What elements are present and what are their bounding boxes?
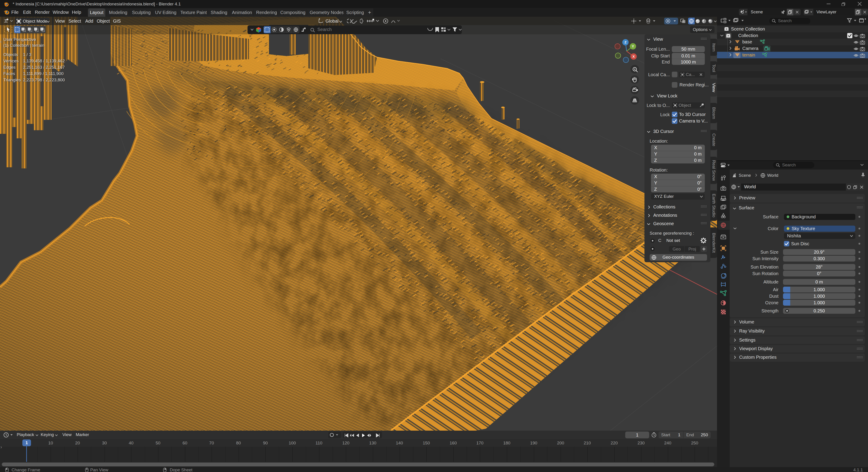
svg-text:130: 130 bbox=[369, 441, 376, 445]
svg-text:140: 140 bbox=[396, 441, 403, 445]
svg-text:Y: Y bbox=[632, 44, 634, 48]
svg-text:200: 200 bbox=[557, 441, 564, 445]
svg-text:120: 120 bbox=[342, 441, 349, 445]
svg-text:230: 230 bbox=[638, 441, 645, 445]
svg-text:10: 10 bbox=[48, 441, 53, 445]
svg-text:90: 90 bbox=[263, 441, 268, 445]
svg-text:170: 170 bbox=[476, 441, 484, 445]
svg-text:60: 60 bbox=[182, 441, 187, 445]
svg-text:250: 250 bbox=[691, 441, 698, 445]
svg-text:110: 110 bbox=[315, 441, 322, 445]
svg-text:150: 150 bbox=[423, 441, 430, 445]
svg-text:50: 50 bbox=[156, 441, 160, 445]
svg-text:220: 220 bbox=[611, 441, 618, 445]
svg-text:X: X bbox=[632, 55, 635, 58]
svg-text:30: 30 bbox=[102, 441, 107, 445]
svg-text:190: 190 bbox=[530, 441, 537, 445]
svg-text:80: 80 bbox=[236, 441, 241, 445]
svg-text:160: 160 bbox=[450, 441, 457, 445]
svg-text:70: 70 bbox=[209, 441, 214, 445]
svg-text:180: 180 bbox=[503, 441, 510, 445]
svg-text:240: 240 bbox=[664, 441, 671, 445]
svg-text:Z: Z bbox=[624, 40, 626, 44]
svg-text:210: 210 bbox=[584, 441, 591, 445]
svg-text:100: 100 bbox=[289, 441, 296, 445]
svg-text:20: 20 bbox=[75, 441, 80, 445]
svg-text:40: 40 bbox=[129, 441, 133, 445]
